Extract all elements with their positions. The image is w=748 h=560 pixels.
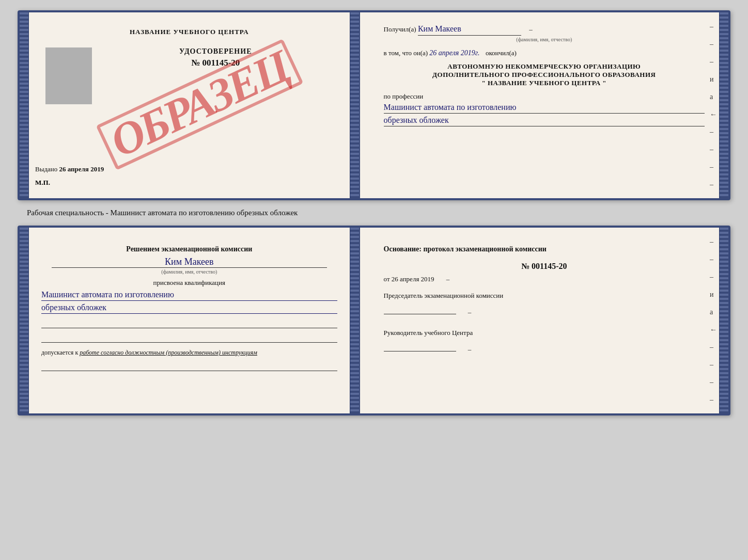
issued-date: 26 апреля 2019 <box>59 165 104 173</box>
profession-label: по профессии <box>384 92 705 101</box>
blank-line-2 <box>41 332 337 343</box>
head-label: Руководитель учебного Центра <box>384 329 473 337</box>
finished-label: окончил(а) <box>486 49 517 57</box>
spine-decoration-right-bottom-left <box>350 228 359 413</box>
mp-label: М.П. <box>35 179 50 187</box>
top-certificate: НАЗВАНИЕ УЧЕБНОГО ЦЕНТРА УДОСТОВЕРЕНИЕ №… <box>18 10 730 200</box>
date-value-bottom: 26 апреля 2019 <box>392 275 434 283</box>
commission-title: Решением экзаменационной комиссии <box>41 245 337 253</box>
protocol-number: № 001145-20 <box>384 262 705 271</box>
qualification-label: присвоена квалификация <box>41 279 337 287</box>
allowed-block: допускается к работе согласно должностны… <box>41 349 337 357</box>
qualification-line2: обрезных обложек <box>41 303 337 314</box>
bottom-cert-left: Решением экзаменационной комиссии Ким Ма… <box>20 228 360 413</box>
person-name-bottom: Ким Макеев <box>52 257 327 268</box>
school-name-top: НАЗВАНИЕ УЧЕБНОГО ЦЕНТРА <box>130 28 249 36</box>
allowed-label-text: допускается к <box>41 349 78 356</box>
spine-decoration-right-left <box>350 12 359 198</box>
head-block: Руководитель учебного Центра – <box>384 329 705 354</box>
head-sig-line <box>384 340 456 351</box>
fio-sublabel-top: (фамилия, имя, отчество) <box>384 36 705 43</box>
org-line1: АВТОНОМНУЮ НЕКОММЕРЧЕСКУЮ ОРГАНИЗАЦИЮ <box>384 62 705 71</box>
org-line2: ДОПОЛНИТЕЛЬНОГО ПРОФЕССИОНАЛЬНОГО ОБРАЗО… <box>384 71 705 79</box>
cert-title: УДОСТОВЕРЕНИЕ <box>94 47 337 56</box>
received-field: Получил(а) Ким Макеев – (фамилия, имя, о… <box>384 23 705 43</box>
side-dashes-bottom-right: – – – и а ← – – – – <box>710 238 717 404</box>
org-line3: " НАЗВАНИЕ УЧЕБНОГО ЦЕНТРА " <box>384 79 705 87</box>
spine-decoration-bottom-left <box>20 228 29 413</box>
date-field: в том, что он(а) 26 апреля 2019г. окончи… <box>384 47 705 58</box>
qualification-line1: Машинист автомата по изготовлению <box>41 290 337 301</box>
bottom-cert-right-content: Основание: протокол экзаменационной коми… <box>384 238 705 403</box>
spine-decoration-right-top <box>719 12 728 198</box>
date-prefix: от <box>384 275 390 283</box>
spine-decoration-right-bottom-right <box>719 228 728 413</box>
issued-label: Выдано <box>35 165 57 173</box>
basis-title: Основание: протокол экзаменационной коми… <box>384 245 705 253</box>
top-cert-right-content: Получил(а) Ким Макеев – (фамилия, имя, о… <box>384 23 705 188</box>
photo-placeholder <box>45 47 92 104</box>
spine-decoration-left <box>20 12 29 198</box>
chairman-label: Председатель экзаменационной комиссии <box>384 292 504 299</box>
top-cert-right: Получил(а) Ким Макеев – (фамилия, имя, о… <box>360 12 728 198</box>
cert-number: № 001145-20 <box>94 58 337 68</box>
org-block: АВТОНОМНУЮ НЕКОММЕРЧЕСКУЮ ОРГАНИЗАЦИЮ ДО… <box>384 62 705 87</box>
profession-line2: обрезных обложек <box>384 116 705 126</box>
allowed-text: работе согласно должностным (производств… <box>80 349 257 356</box>
issued-block: Выдано 26 апреля 2019 <box>35 165 104 173</box>
bottom-cert-right: Основание: протокол экзаменационной коми… <box>360 228 728 413</box>
received-label: Получил(а) <box>384 25 416 33</box>
person-name-top: Ким Макеев <box>418 23 521 36</box>
date-line-bottom: от 26 апреля 2019 – <box>384 275 705 283</box>
profession-line1: Машинист автомата по изготовлению <box>384 103 705 114</box>
description-line: Рабочая специальность - Машинист автомат… <box>27 209 298 217</box>
top-cert-left: НАЗВАНИЕ УЧЕБНОГО ЦЕНТРА УДОСТОВЕРЕНИЕ №… <box>20 12 360 198</box>
in-that-label: в том, что он(а) <box>384 49 428 57</box>
bottom-cert-left-content: Решением экзаменационной комиссии Ким Ма… <box>41 238 337 403</box>
blank-line-3 <box>41 361 337 371</box>
blank-line-1 <box>41 318 337 328</box>
fio-sublabel-bottom: (фамилия, имя, отчество) <box>41 269 337 275</box>
date-value-top: 26 апреля 2019г. <box>429 49 479 57</box>
side-dashes-top-right: – – – и а ← – – – – <box>710 23 717 189</box>
bottom-certificate: Решением экзаменационной комиссии Ким Ма… <box>18 226 730 415</box>
chairman-block: Председатель экзаменационной комиссии – <box>384 292 705 316</box>
top-cert-left-content: НАЗВАНИЕ УЧЕБНОГО ЦЕНТРА УДОСТОВЕРЕНИЕ №… <box>41 23 337 188</box>
chairman-sig-line <box>384 303 456 314</box>
